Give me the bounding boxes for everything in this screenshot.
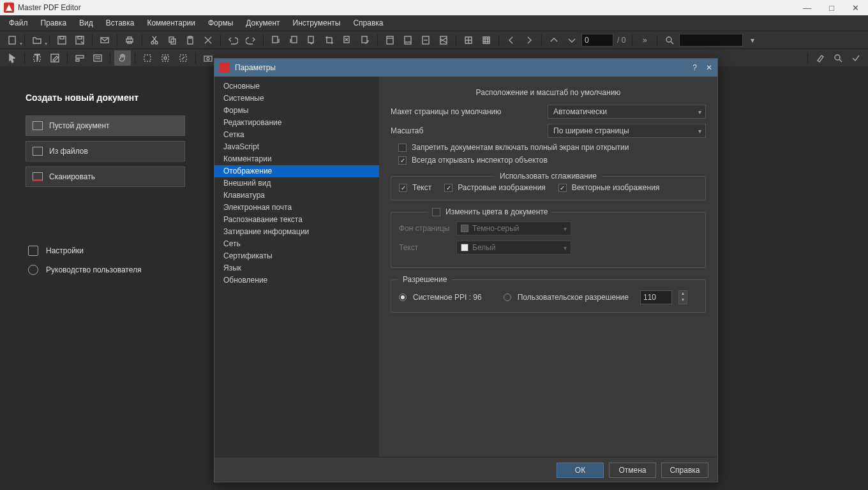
save-as-button[interactable] <box>71 33 88 48</box>
paste-button[interactable] <box>182 33 198 48</box>
footer-button[interactable] <box>400 33 416 48</box>
sidebar-item-13[interactable]: Сеть <box>214 238 379 250</box>
sidebar-item-16[interactable]: Обновление <box>214 274 379 286</box>
page-up-button[interactable] <box>546 33 562 48</box>
zoom-tool[interactable] <box>830 50 846 66</box>
highlight-tool[interactable] <box>812 50 828 66</box>
ppi-input[interactable] <box>640 290 672 304</box>
menu-forms[interactable]: Формы <box>203 17 238 29</box>
sidebar-item-12[interactable]: Затирание информации <box>214 226 379 238</box>
marquee-tool[interactable] <box>139 50 156 66</box>
menu-edit[interactable]: Правка <box>36 17 72 29</box>
dialog-help-icon[interactable]: ? <box>692 63 697 72</box>
background-button[interactable] <box>435 33 452 48</box>
svg-rect-36 <box>162 55 168 61</box>
sidebar-item-6[interactable]: Комментарии <box>214 153 379 165</box>
inspector-checkbox[interactable]: Всегда открывать инспектор объектов <box>398 156 706 165</box>
dialog-close-icon[interactable]: ✕ <box>706 63 712 72</box>
open-button[interactable] <box>29 33 45 48</box>
ok-button[interactable]: ОК <box>557 463 604 478</box>
menu-insert[interactable]: Вставка <box>101 17 140 29</box>
zoom-select[interactable]: По ширине страницы <box>548 124 706 138</box>
copy-button[interactable] <box>164 33 181 48</box>
form-list-tool[interactable] <box>89 50 106 66</box>
print-button[interactable] <box>121 33 138 48</box>
watermark-button[interactable] <box>417 33 434 48</box>
fullscreen-checkbox[interactable]: Запретить документам включать полный экр… <box>398 143 706 152</box>
delete-button[interactable] <box>200 33 216 48</box>
undo-button[interactable] <box>225 33 241 48</box>
radio-system-ppi[interactable] <box>399 293 407 301</box>
radio-user-ppi[interactable] <box>504 293 511 301</box>
select-tool[interactable] <box>4 50 20 66</box>
check-tool[interactable] <box>848 50 864 66</box>
sidebar-item-2[interactable]: Формы <box>214 105 379 117</box>
page-number-input[interactable] <box>581 34 613 47</box>
close-icon[interactable]: ✕ <box>852 3 859 13</box>
smooth-text-checkbox[interactable]: Текст <box>399 183 431 192</box>
scan-button[interactable]: Сканировать <box>26 167 185 187</box>
grid1-icon[interactable] <box>460 33 477 48</box>
redo-button[interactable] <box>243 33 259 48</box>
grid2-icon[interactable] <box>478 33 495 48</box>
spinner-up-icon[interactable]: ▲ <box>679 291 687 297</box>
new-doc-button[interactable] <box>4 33 20 48</box>
more-icon[interactable]: » <box>636 33 653 48</box>
ppi-spinner[interactable]: ▲▼ <box>678 290 687 304</box>
sidebar-item-8[interactable]: Внешний вид <box>214 177 379 189</box>
extract-button[interactable] <box>303 33 320 48</box>
blank-doc-button[interactable]: Пустой документ <box>26 115 185 136</box>
text-select-tool[interactable]: T <box>29 50 45 66</box>
sidebar-item-1[interactable]: Системные <box>214 93 379 105</box>
edit-text-tool[interactable] <box>47 50 63 66</box>
save-button[interactable] <box>54 33 70 48</box>
from-files-button[interactable]: Из файлов <box>26 141 185 161</box>
sidebar-item-10[interactable]: Электронная почта <box>214 202 379 214</box>
menu-tools[interactable]: Инструменты <box>288 17 346 29</box>
sidebar-item-3[interactable]: Редактирование <box>214 117 379 129</box>
page-down-button[interactable] <box>564 33 580 48</box>
change-colors-checkbox[interactable]: Изменить цвета в документе <box>428 207 551 216</box>
link-tool[interactable] <box>175 50 191 66</box>
menu-help[interactable]: Справка <box>348 17 388 29</box>
help-button[interactable]: Справка <box>661 463 708 478</box>
sidebar-item-5[interactable]: JavaScript <box>214 141 379 153</box>
hand-tool[interactable] <box>114 50 131 66</box>
sidebar-item-4[interactable]: Сетка <box>214 129 379 141</box>
sidebar-item-9[interactable]: Клавиатура <box>214 189 379 202</box>
smooth-vector-checkbox[interactable]: Векторные изображения <box>558 183 660 192</box>
insert-after-button[interactable] <box>285 33 302 48</box>
cancel-button[interactable]: Отмена <box>609 463 656 478</box>
header-button[interactable] <box>382 33 398 48</box>
snapshot-tool[interactable] <box>157 50 174 66</box>
delete-page-button[interactable] <box>339 33 355 48</box>
sidebar-item-15[interactable]: Язык <box>214 262 379 274</box>
minimize-icon[interactable]: — <box>803 3 811 13</box>
menu-view[interactable]: Вид <box>74 17 98 29</box>
layout-select[interactable]: Автоматически <box>548 105 706 119</box>
rotate-button[interactable] <box>357 33 373 48</box>
search-input[interactable] <box>679 34 743 47</box>
svg-rect-7 <box>128 37 131 39</box>
menu-comments[interactable]: Комментарии <box>142 17 200 29</box>
menu-file[interactable]: Файл <box>4 17 33 29</box>
smooth-raster-checkbox[interactable]: Растровые изображения <box>444 183 546 192</box>
insert-before-button[interactable] <box>267 33 284 48</box>
menu-document[interactable]: Документ <box>241 17 285 29</box>
manual-link[interactable]: Руководство пользователя <box>26 265 191 275</box>
spinner-down-icon[interactable]: ▼ <box>679 297 687 304</box>
maximize-icon[interactable]: □ <box>829 3 834 13</box>
prev-page-button[interactable] <box>503 33 520 48</box>
search-dropdown-icon[interactable]: ▾ <box>744 33 761 48</box>
sidebar-item-14[interactable]: Сертификаты <box>214 250 379 262</box>
next-page-button[interactable] <box>521 33 537 48</box>
sidebar-item-11[interactable]: Распознавание текста <box>214 214 379 226</box>
settings-link[interactable]: Настройки <box>26 246 191 256</box>
crop-button[interactable] <box>321 33 338 48</box>
cut-button[interactable] <box>146 33 163 48</box>
sidebar-item-0[interactable]: Основные <box>214 80 379 93</box>
sidebar-item-7[interactable]: Отображение <box>214 165 379 177</box>
email-button[interactable] <box>96 33 113 48</box>
search-icon[interactable] <box>661 33 678 48</box>
edit-forms-tool[interactable] <box>71 50 88 66</box>
